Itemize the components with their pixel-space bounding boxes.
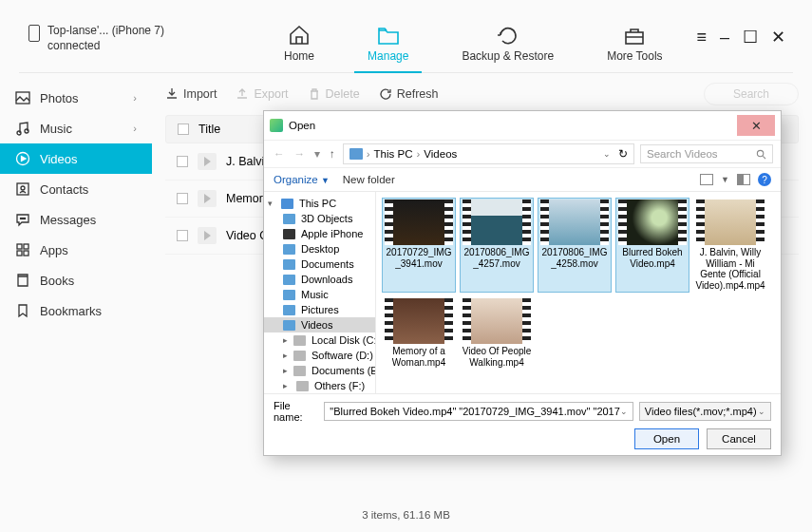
folder-tree[interactable]: ▾This PC 3D Objects Apple iPhone Desktop…	[264, 192, 376, 393]
file-item[interactable]: Blurred Bokeh Video.mp4	[615, 198, 689, 293]
row-checkbox[interactable]	[177, 156, 188, 167]
address-bar[interactable]: › This PC › Videos ⌄ ↻	[343, 143, 634, 164]
search-input[interactable]: Search	[704, 83, 799, 105]
svg-point-8	[22, 218, 23, 218]
nav-back-button[interactable]: ←	[272, 148, 287, 160]
svg-rect-5	[17, 183, 28, 195]
sidebar-item-photos[interactable]: Photos ›	[0, 83, 152, 113]
tree-item[interactable]: ▸Software (D:)	[264, 348, 375, 363]
tree-item[interactable]: Desktop	[264, 241, 375, 256]
dialog-app-icon	[270, 119, 283, 132]
svg-rect-11	[24, 244, 28, 249]
music-icon	[15, 121, 30, 136]
file-item[interactable]: Video Of People Walking.mp4	[460, 296, 534, 370]
sidebar-item-contacts[interactable]: Contacts	[0, 174, 152, 204]
device-info: Top-lanse'... (iPhone 7) connected	[28, 23, 164, 53]
minimize-button[interactable]: –	[720, 28, 729, 48]
apps-icon	[15, 242, 30, 257]
sidebar-item-videos[interactable]: Videos	[0, 143, 152, 174]
tree-item[interactable]: Documents	[264, 256, 375, 272]
phone-icon	[28, 25, 40, 42]
file-item[interactable]: 20170806_IMG_4258.mov	[538, 198, 612, 293]
toolbox-icon	[622, 25, 647, 46]
svg-point-3	[25, 129, 28, 133]
file-item[interactable]: 20170806_IMG_4257.mov	[460, 198, 534, 293]
view-dropdown[interactable]: ▼	[721, 175, 729, 184]
home-icon	[287, 25, 312, 46]
sidebar: Photos › Music › Videos Contacts Message…	[0, 73, 152, 504]
export-button[interactable]: Export	[236, 87, 288, 101]
sidebar-item-bookmarks[interactable]: Bookmarks	[0, 295, 152, 326]
file-grid[interactable]: 20170729_IMG_3941.mov 20170806_IMG_4257.…	[376, 192, 781, 393]
device-name: Top-lanse'... (iPhone 7)	[47, 23, 164, 38]
row-checkbox[interactable]	[177, 193, 188, 204]
contacts-icon	[15, 181, 30, 197]
help-button[interactable]: ?	[758, 173, 771, 186]
file-item[interactable]: Memory of a Woman.mp4	[382, 296, 456, 370]
search-icon	[756, 149, 766, 160]
tree-item[interactable]: Pictures	[264, 302, 375, 317]
svg-point-14	[757, 150, 763, 156]
tree-item[interactable]: Downloads	[264, 272, 375, 287]
menu-icon[interactable]: ≡	[696, 28, 707, 48]
svg-point-6	[21, 186, 25, 190]
chevron-right-icon: ›	[133, 92, 137, 104]
book-icon	[15, 273, 30, 288]
tree-item[interactable]: ▸Others (F:)	[264, 378, 375, 393]
tree-item[interactable]: 3D Objects	[264, 211, 375, 226]
nav-tools[interactable]: More Tools	[601, 23, 668, 72]
dialog-search-input[interactable]: Search Videos	[640, 144, 773, 163]
select-all-checkbox[interactable]	[178, 124, 189, 135]
new-folder-button[interactable]: New folder	[343, 174, 395, 185]
backup-icon	[496, 25, 520, 46]
close-button[interactable]: ✕	[771, 27, 785, 48]
pc-icon	[349, 148, 363, 160]
svg-rect-12	[17, 251, 22, 256]
cancel-button[interactable]: Cancel	[707, 428, 771, 449]
tree-item-videos[interactable]: Videos	[264, 317, 375, 332]
dialog-title: Open	[289, 120, 315, 131]
video-thumb-icon	[198, 190, 217, 207]
svg-point-9	[24, 218, 25, 218]
row-checkbox[interactable]	[177, 230, 188, 241]
play-icon	[15, 151, 30, 166]
nav-manage[interactable]: Manage	[362, 23, 414, 72]
delete-button[interactable]: Delete	[308, 87, 360, 101]
organize-menu[interactable]: Organize ▼	[274, 174, 330, 185]
tree-item[interactable]: Apple iPhone	[264, 226, 375, 241]
view-mode-button[interactable]	[700, 174, 713, 185]
tree-item[interactable]: Music	[264, 287, 375, 302]
import-button[interactable]: Import	[165, 87, 217, 101]
nav-up-button[interactable]: ↑	[328, 148, 337, 160]
folder-icon	[376, 25, 401, 46]
sidebar-item-apps[interactable]: Apps	[0, 235, 152, 265]
history-dropdown[interactable]: ▾	[312, 147, 322, 161]
tree-item[interactable]: ▸Local Disk (C:)	[264, 332, 375, 348]
image-icon	[15, 90, 30, 105]
sidebar-item-books[interactable]: Books	[0, 265, 152, 295]
nav-forward-button[interactable]: →	[293, 148, 308, 160]
refresh-button[interactable]: Refresh	[379, 87, 439, 101]
svg-rect-10	[17, 244, 22, 249]
bookmark-icon	[15, 303, 30, 318]
dialog-close-button[interactable]: ✕	[737, 115, 775, 136]
open-button[interactable]: Open	[634, 428, 699, 449]
file-type-filter[interactable]: Video files(*.mov;*.mp4)⌄	[639, 402, 771, 421]
svg-point-2	[17, 131, 21, 135]
file-item[interactable]: J. Balvin, Willy William - Mi Gente (Off…	[693, 198, 767, 293]
tree-this-pc[interactable]: ▾This PC	[264, 196, 375, 211]
refresh-icon[interactable]: ↻	[618, 147, 628, 161]
svg-rect-13	[24, 251, 28, 256]
nav-backup[interactable]: Backup & Restore	[456, 23, 559, 72]
maximize-button[interactable]: ☐	[743, 27, 758, 48]
preview-pane-button[interactable]	[737, 174, 750, 185]
filename-input[interactable]: "Blurred Bokeh Video.mp4" "20170729_IMG_…	[324, 402, 633, 421]
tree-item[interactable]: ▸Documents (E:)	[264, 363, 375, 378]
open-dialog: Open ✕ ← → ▾ ↑ › This PC › Videos ⌄ ↻ Se…	[263, 110, 782, 456]
column-title[interactable]: Title	[198, 123, 220, 136]
chevron-right-icon: ›	[133, 123, 137, 134]
sidebar-item-music[interactable]: Music ›	[0, 113, 152, 143]
file-item[interactable]: 20170729_IMG_3941.mov	[382, 198, 456, 293]
sidebar-item-messages[interactable]: Messages	[0, 204, 152, 235]
nav-home[interactable]: Home	[278, 23, 320, 72]
